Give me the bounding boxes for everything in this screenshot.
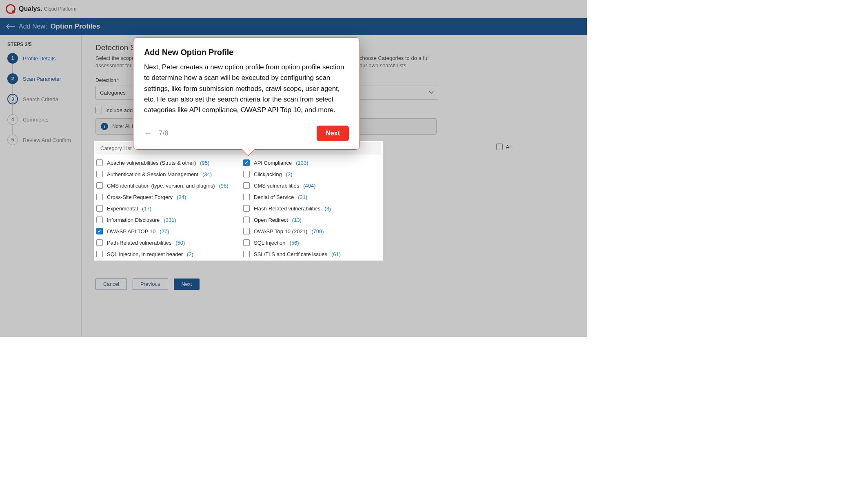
category-name: Experimental bbox=[107, 206, 138, 212]
category-item[interactable]: SSL/TLS and Certificate issues (61) bbox=[243, 251, 380, 257]
category-item[interactable]: CMS identification (type, version, and p… bbox=[96, 182, 233, 189]
next-button[interactable]: Next bbox=[174, 279, 200, 290]
category-name: Authentication & Session Management bbox=[107, 171, 198, 177]
brand-bar: Qualys. Cloud Platform bbox=[0, 0, 587, 18]
step-scan-parameter[interactable]: 2 Scan Parameter bbox=[7, 73, 75, 84]
category-checkbox[interactable] bbox=[243, 194, 250, 200]
category-checkbox[interactable] bbox=[96, 205, 103, 212]
category-checkbox[interactable] bbox=[243, 239, 250, 246]
step-label: Search Criteria bbox=[23, 96, 58, 102]
category-checkbox[interactable] bbox=[243, 171, 250, 177]
category-checkbox[interactable] bbox=[96, 159, 103, 166]
category-checkbox[interactable] bbox=[96, 251, 103, 257]
header-title: Option Profiles bbox=[50, 22, 100, 31]
category-name: Information Disclosure bbox=[107, 217, 160, 223]
category-count: (34) bbox=[177, 194, 186, 200]
category-count: (17) bbox=[142, 206, 151, 212]
category-item[interactable]: Denial of Service (31) bbox=[243, 194, 380, 200]
category-count: (2) bbox=[187, 251, 193, 257]
category-count: (133) bbox=[296, 160, 308, 166]
category-count: (799) bbox=[311, 228, 324, 234]
tour-next-button[interactable]: Next bbox=[317, 126, 349, 141]
category-name: Apache vulnerabilities (Struts & other) bbox=[107, 160, 196, 166]
category-name: Cross-Site Request Forgery bbox=[107, 194, 173, 200]
category-name: SSL/TLS and Certificate issues bbox=[254, 251, 327, 257]
category-item[interactable]: Information Disclosure (331) bbox=[96, 217, 233, 223]
category-count: (27) bbox=[160, 228, 169, 234]
category-count: (95) bbox=[200, 160, 209, 166]
brand-sub: Cloud Platform bbox=[44, 6, 76, 12]
category-name: Clickjacking bbox=[254, 171, 282, 177]
step-profile-details[interactable]: 1 Profile Details bbox=[7, 53, 75, 64]
previous-button[interactable]: Previous bbox=[133, 279, 168, 290]
step-label: Review And Confirm bbox=[23, 137, 71, 143]
category-item[interactable]: Clickjacking (3) bbox=[243, 171, 380, 177]
category-count: (98) bbox=[219, 183, 228, 189]
category-count: (50) bbox=[175, 240, 185, 246]
category-checkbox[interactable] bbox=[96, 239, 103, 246]
chevron-down-icon bbox=[429, 91, 434, 94]
step-number-icon: 4 bbox=[7, 114, 18, 125]
category-item[interactable]: CMS vulnerabilities (404) bbox=[243, 182, 380, 189]
category-checkbox[interactable] bbox=[243, 228, 250, 234]
detection-select-value: Categories bbox=[100, 90, 126, 96]
category-item[interactable]: Cross-Site Request Forgery (34) bbox=[96, 194, 233, 200]
header-addnew: Add New: bbox=[19, 23, 47, 30]
category-checkbox[interactable] bbox=[243, 159, 250, 166]
category-name: OWASP API TOP 10 bbox=[107, 228, 155, 234]
category-count: (404) bbox=[303, 183, 315, 189]
category-name: Path-Related vulnerabilities bbox=[107, 240, 171, 246]
category-item[interactable]: Path-Related vulnerabilities (50) bbox=[96, 239, 233, 246]
category-item[interactable]: API Compliance (133) bbox=[243, 159, 380, 166]
detection-label: Detection* bbox=[95, 77, 119, 83]
category-count: (56) bbox=[290, 240, 299, 246]
category-count: (61) bbox=[331, 251, 341, 257]
category-checkbox[interactable] bbox=[96, 217, 103, 223]
step-review-confirm[interactable]: 5 Review And Confirm bbox=[7, 135, 75, 145]
category-name: API Compliance bbox=[254, 160, 292, 166]
category-name: SQL Injection bbox=[254, 240, 286, 246]
category-name: Open Redirect bbox=[254, 217, 288, 223]
category-count: (331) bbox=[164, 217, 176, 223]
tour-popup-title: Add New Option Profile bbox=[144, 48, 349, 57]
category-item[interactable]: Open Redirect (13) bbox=[243, 217, 380, 223]
category-checkbox[interactable] bbox=[96, 194, 103, 200]
category-item[interactable]: OWASP API TOP 10 (27) bbox=[96, 228, 233, 234]
category-count: (31) bbox=[298, 194, 307, 200]
step-label: Comments bbox=[23, 117, 49, 123]
category-checkbox[interactable] bbox=[243, 182, 250, 189]
back-arrow-icon[interactable] bbox=[6, 22, 15, 31]
category-item[interactable]: Apache vulnerabilities (Struts & other) … bbox=[96, 159, 233, 166]
step-number-icon: 5 bbox=[7, 135, 18, 145]
category-count: (34) bbox=[202, 171, 212, 177]
category-name: CMS identification (type, version, and p… bbox=[107, 183, 215, 189]
category-item[interactable]: Authentication & Session Management (34) bbox=[96, 171, 233, 177]
steps-count: STEPS 3/5 bbox=[7, 42, 75, 47]
category-checkbox[interactable] bbox=[96, 182, 103, 189]
category-item[interactable]: SQL Injection (56) bbox=[243, 239, 380, 246]
page-header: Add New: Option Profiles bbox=[0, 18, 587, 35]
include-xss-checkbox[interactable] bbox=[95, 107, 102, 113]
step-search-criteria[interactable]: 3 Search Criteria bbox=[7, 94, 75, 104]
spotlight-cutout: Category List Apache vulnerabilities (St… bbox=[94, 141, 383, 261]
category-checkbox[interactable] bbox=[243, 205, 250, 212]
category-all-checkbox[interactable] bbox=[496, 144, 503, 150]
category-item[interactable]: Experimental (17) bbox=[96, 205, 233, 212]
step-number-icon: 1 bbox=[7, 53, 18, 64]
category-item[interactable]: Flash-Related vulnerabilities (3) bbox=[243, 205, 380, 212]
category-name: CMS vulnerabilities bbox=[254, 183, 299, 189]
category-checkbox[interactable] bbox=[96, 171, 103, 177]
step-label: Scan Parameter bbox=[23, 76, 61, 82]
category-item[interactable]: SQL Injection, in request header (2) bbox=[96, 251, 233, 257]
category-checkbox[interactable] bbox=[243, 251, 250, 257]
category-checkbox[interactable] bbox=[96, 228, 103, 234]
tour-back-arrow-icon[interactable]: ← bbox=[144, 128, 152, 138]
qualys-logo-icon bbox=[6, 4, 16, 14]
tour-popup: Add New Option Profile Next, Peter creat… bbox=[133, 38, 360, 150]
category-item[interactable]: OWASP Top 10 (2021) (799) bbox=[243, 228, 380, 234]
category-checkbox[interactable] bbox=[243, 217, 250, 223]
cancel-button[interactable]: Cancel bbox=[95, 279, 127, 290]
step-comments[interactable]: 4 Comments bbox=[7, 114, 75, 125]
category-count: (3) bbox=[324, 206, 331, 212]
tour-popup-body: Next, Peter creates a new option profile… bbox=[144, 62, 349, 116]
